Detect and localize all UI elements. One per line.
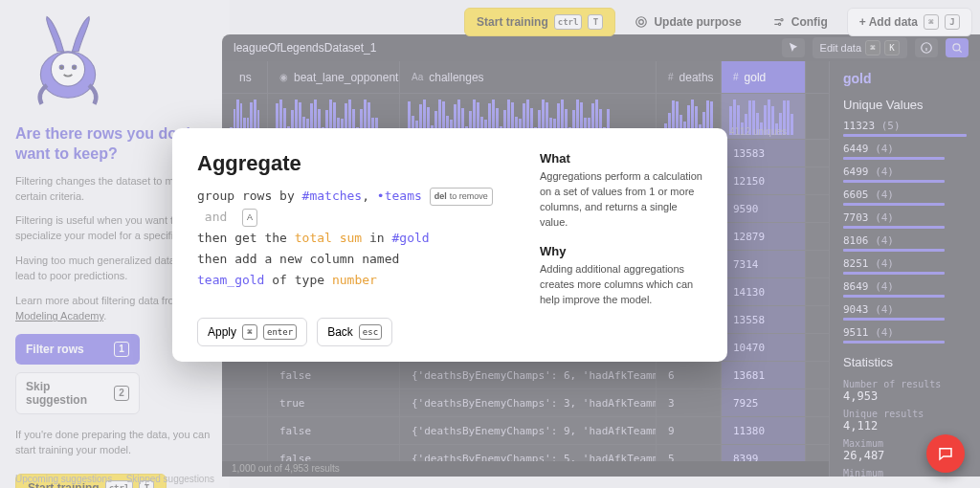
why-heading: Why [540,244,702,258]
why-text: Adding additional aggregations creates m… [540,262,702,308]
help-fab[interactable] [926,434,965,473]
del-to-remove-pill[interactable]: del to remove [430,188,493,206]
what-text: Aggregations perform a calculation on a … [540,169,702,231]
back-button[interactable]: Back esc [317,318,392,346]
back-label: Back [327,325,353,339]
chat-icon [937,445,954,462]
kbd-enter: enter [263,324,297,340]
modal-title: Aggregate [197,151,513,176]
aggregate-modal: Aggregate group rows by #matches, •teams… [172,128,727,362]
kbd-esc: esc [359,324,382,340]
aggregate-expression: group rows by #matches, •teams del to re… [197,186,513,291]
what-heading: What [540,151,702,166]
apply-button[interactable]: Apply ⌘ enter [197,318,307,346]
add-token-pill[interactable]: A [242,209,257,227]
kbd-cmd-apply: ⌘ [242,324,257,340]
apply-label: Apply [208,325,236,339]
